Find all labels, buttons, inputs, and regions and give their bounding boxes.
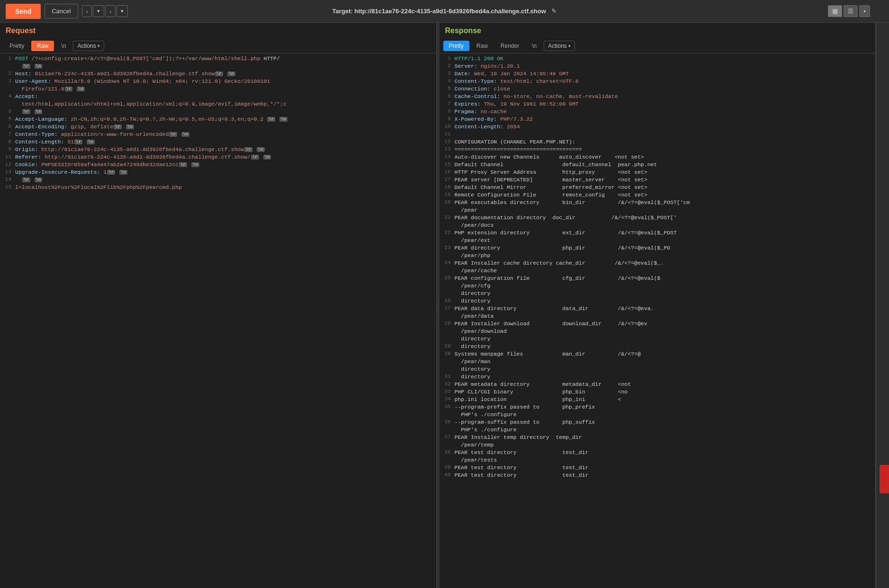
response-panel: Response Pretty Raw Render \n Actions ▾ … (440, 23, 876, 588)
send-button[interactable]: Send (6, 4, 41, 19)
table-row: 24 PEAR Installer cache directory cache_… (440, 260, 876, 267)
line-number: 2 (441, 63, 455, 71)
line-number: 4 (441, 78, 455, 86)
line-number (441, 290, 455, 298)
table-row: 15 l=localhost%2Fusr%2Flocal%2Flib%2Fphp… (0, 184, 436, 192)
line-number (441, 328, 455, 336)
table-row: 15 Default Channel default_channel pear.… (440, 161, 876, 169)
line-content: text/html,application/xhtml+xml,applicat… (15, 101, 434, 108)
table-row: 26 directory (440, 298, 876, 305)
line-number: 29 (441, 343, 455, 351)
table-row: text/html,application/xhtml+xml,applicat… (0, 101, 436, 108)
table-row: /pear/php (440, 252, 876, 260)
table-row: PHP's ./configure (440, 411, 876, 419)
line-number: 6 (2, 124, 15, 131)
line-number (441, 411, 455, 419)
line-content: /pear/php (455, 252, 874, 260)
line-number: 14 (2, 177, 15, 184)
line-number: 6 (441, 93, 455, 101)
request-content[interactable]: 1 POST /?+config-create+/&/<?=@eval($_PO… (0, 53, 436, 588)
line-number: 15 (441, 161, 455, 169)
tab-request-pretty[interactable]: Pretty (4, 41, 30, 51)
table-row: 31 directory (440, 374, 876, 381)
table-row: 39 PEAR test directory test_dir (440, 464, 876, 472)
line-number: 38 (441, 449, 455, 457)
table-row: 13 =====================================… (440, 146, 876, 154)
tab-response-raw[interactable]: Raw (471, 41, 494, 51)
line-number (441, 442, 455, 449)
table-row: directory (440, 336, 876, 343)
table-row: 9 X-Powered-By: PHP/7.3.22 (440, 116, 876, 124)
line-number: 17 (441, 177, 455, 184)
table-row: Firefox/121.0\r \n (0, 86, 436, 93)
request-panel: Request Pretty Raw \n Actions ▾ 1 POST /… (0, 23, 437, 588)
line-content: /pear/tests (455, 457, 874, 464)
view-toggles: ▦ ☰ ▪ (828, 5, 870, 17)
line-content: Systems manpage files man_dir /&/<?=@ (455, 351, 874, 358)
drag-handle[interactable]: ⋮ (434, 317, 436, 325)
line-number: 40 (441, 472, 455, 480)
edit-icon[interactable]: ✎ (551, 8, 557, 15)
line-content: /pear/docs (455, 222, 874, 230)
line-content: Host: 81c1ae76-224c-4135-a9d1-8d3926fbed… (15, 71, 434, 78)
nav-prev-down-button[interactable]: ▾ (93, 5, 104, 17)
table-row: 25 PEAR configuration file cfg_dir /&/<?… (440, 275, 876, 283)
table-row: 11 Referer: http://81c1ae76-224c-4135-a9… (0, 154, 436, 161)
tab-request-actions[interactable]: Actions ▾ (73, 41, 104, 51)
tab-response-actions[interactable]: Actions ▾ (544, 41, 575, 51)
line-content: HTTP Proxy Server Address http_proxy <no… (455, 169, 874, 177)
table-row: 29 directory (440, 343, 876, 351)
table-row: 5 Accept-Language: zh-CN,zh;q=0.8,zh-TW;… (0, 116, 436, 124)
line-number: 34 (441, 396, 455, 404)
line-content: PEAR Installer download download_dir /&/… (455, 321, 874, 328)
line-content: PEAR executables directory bin_dir /&/<?… (455, 199, 874, 207)
line-content: Pragma: no-cache (455, 108, 874, 116)
line-content: X-Powered-By: PHP/7.3.22 (455, 116, 874, 124)
line-content: ======================================= (455, 146, 874, 154)
view-toggle-grid[interactable]: ▪ (859, 5, 870, 17)
table-row: 1 POST /?+config-create+/&/<?=@eval($_PO… (0, 55, 436, 63)
table-row: 12 Cookie: PHPSESSID=059af4a4a47ab2a4724… (0, 161, 436, 169)
table-row: 20 PEAR executables directory bin_dir /&… (440, 199, 876, 207)
line-number: 5 (441, 86, 455, 93)
line-number (441, 427, 455, 434)
table-row: 5 Connection: close (440, 86, 876, 93)
line-content: Default Channel default_channel pear.php… (455, 161, 874, 169)
main-area: Request Pretty Raw \n Actions ▾ 1 POST /… (0, 23, 889, 588)
line-number: 11 (2, 154, 15, 161)
line-content: Auto-discover new Channels auto_discover… (455, 154, 874, 161)
line-content: /pear (455, 207, 874, 214)
tab-request-raw[interactable]: Raw (31, 41, 54, 51)
line-content: CONFIGURATION (CHANNEL PEAR.PHP.NET): (455, 139, 874, 146)
line-content: /pear/temp (455, 442, 874, 449)
response-content[interactable]: 1 HTTP/1.1 200 OK 2 Server: nginx/1.20.1… (440, 53, 876, 588)
line-number: 23 (441, 245, 455, 252)
line-number: 13 (441, 146, 455, 154)
line-number: 4 (2, 93, 15, 101)
line-content: Date: Wed, 10 Jan 2024 14:05:49 GMT (455, 71, 874, 78)
line-number: 33 (441, 389, 455, 396)
nav-prev-button[interactable]: ‹ (82, 5, 92, 17)
tab-response-backslashn[interactable]: \n (526, 41, 542, 51)
line-number (441, 336, 455, 343)
table-row: /pear/download (440, 328, 876, 336)
tab-response-pretty[interactable]: Pretty (443, 41, 469, 51)
nav-next-button[interactable]: › (105, 5, 116, 17)
line-number: 19 (441, 192, 455, 199)
view-toggle-split[interactable]: ▦ (828, 5, 842, 17)
tab-request-backslashn[interactable]: \n (55, 41, 72, 51)
line-number: 1 (441, 55, 455, 63)
nav-next-down-button[interactable]: ▾ (117, 5, 128, 17)
cancel-button[interactable]: Cancel (45, 4, 78, 18)
table-row: 14 \r \n (0, 177, 436, 184)
line-number (2, 86, 15, 93)
line-content: /pear/data (455, 313, 874, 321)
view-toggle-list[interactable]: ☰ (844, 5, 858, 17)
line-number: 5 (2, 116, 15, 124)
line-number: 10 (441, 124, 455, 131)
response-title: Response (440, 23, 876, 39)
line-content: Accept-Language: zh-CN,zh;q=0.8,zh-TW;q=… (15, 116, 434, 124)
line-content: Firefox/121.0\r \n (15, 86, 434, 93)
tab-response-render[interactable]: Render (495, 41, 525, 51)
line-content: directory (455, 374, 874, 381)
